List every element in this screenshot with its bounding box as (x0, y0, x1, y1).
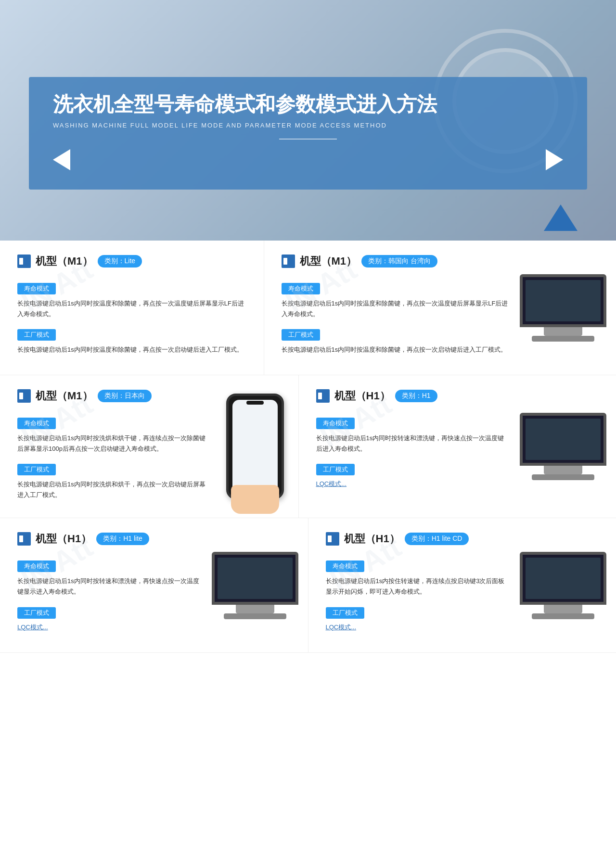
monitor-base-h1-lite-cd (532, 613, 594, 619)
model-icon-h1-lite-cd (326, 532, 339, 546)
model-badge-m1-lite: 类别：Lite (98, 255, 142, 267)
hero-section: 洗衣机全型号寿命模式和参数模式进入方法 WASHING MACHINE FULL… (0, 0, 616, 241)
section-m1-korea: IN Att 机型（M1） 类别：韩国向 台湾向 寿命模式 长按电源键启动后1s… (264, 241, 616, 375)
monitor-m1-korea (520, 274, 606, 342)
section-m1-lite: IN Att 机型（M1） 类别：Lite 寿命模式 长按电源键启动后1s内同时… (0, 241, 264, 375)
monitor-h1 (520, 413, 606, 480)
monitor-h1-lite-cd (520, 552, 606, 619)
model-badge-m1-japan: 类别：日本向 (98, 390, 152, 402)
model-badge-m1-korea: 类别：韩国向 台湾向 (361, 255, 437, 267)
arrow-left-icon[interactable] (53, 149, 70, 170)
phone-device (226, 394, 284, 499)
factory-mode-label-1: 工厂模式 (17, 323, 246, 344)
hero-arrows (53, 149, 563, 170)
model-icon-h1-lite (17, 532, 31, 546)
model-icon-m1-korea (282, 255, 295, 268)
factory-mode-tag-1: 工厂模式 (17, 329, 56, 341)
factory-mode-tag-5: 工厂模式 (17, 607, 56, 619)
life-mode-label-2: 寿命模式 (282, 277, 511, 298)
monitor-stand-h1 (544, 466, 582, 474)
model-badge-h1-lite: 类别：H1 lite (96, 533, 149, 545)
monitor-screen-h1-lite-cd (520, 552, 606, 605)
factory-mode-tag-4: 工厂模式 (316, 464, 355, 475)
monitor-h1-lite (212, 552, 298, 619)
phone-screen (232, 400, 278, 493)
factory-mode-label-2: 工厂模式 (282, 323, 511, 344)
model-header-h1-lite-cd: 机型（H1） 类别：H1 lite CD (326, 532, 511, 546)
model-title-m1-lite: 机型（M1） (36, 254, 93, 268)
arrow-right-icon[interactable] (546, 149, 563, 170)
life-mode-desc-6: 长按电源键启动后1s内按住转速键，再连续点按启动键3次后面板显示开始闪烁，即可进… (326, 576, 511, 597)
life-mode-label-1: 寿命模式 (17, 277, 246, 298)
model-header-m1-lite: 机型（M1） 类别：Lite (17, 254, 246, 268)
factory-mode-tag-3: 工厂模式 (17, 464, 56, 475)
section-row-3: IN Att 机型（H1） 类别：H1 lite 寿命模式 长按电源键启动后1s… (0, 518, 616, 653)
life-mode-desc-1: 长按电源键启动后1s内同时按温度和除菌键，再点按一次温度键后屏幕显示LF后进入寿… (17, 298, 246, 319)
lqc-link-h1[interactable]: LQC模式... (316, 480, 347, 487)
factory-mode-label-5: 工厂模式 (17, 601, 202, 623)
factory-mode-label-6: 工厂模式 (326, 601, 511, 623)
model-badge-h1-lite-cd: 类别：H1 lite CD (405, 533, 469, 545)
hero-title-english: WASHING MACHINE FULL MODEL LIFE MODE AND… (53, 122, 563, 129)
model-header-m1-korea: 机型（M1） 类别：韩国向 台湾向 (282, 254, 511, 268)
section-h1-lite: IN Att 机型（H1） 类别：H1 lite 寿命模式 长按电源键启动后1s… (0, 518, 308, 652)
phone-hand (231, 485, 279, 514)
section-h1: IN Att 机型（H1） 类别：H1 寿命模式 长按电源键启动后1s内同时按转… (299, 375, 616, 518)
life-mode-label-4: 寿命模式 (316, 412, 511, 433)
monitor-screen-h1 (520, 413, 606, 466)
factory-mode-label-3: 工厂模式 (17, 458, 212, 479)
model-header-m1-japan: 机型（M1） 类别：日本向 (17, 389, 212, 403)
factory-mode-desc-2: 长按电源键启动后1s内同时按温度和除菌键，再点按一次启动键后进入工厂模式。 (282, 344, 511, 355)
section-row-1: IN Att 机型（M1） 类别：Lite 寿命模式 长按电源键启动后1s内同时… (0, 241, 616, 375)
hero-title-chinese: 洗衣机全型号寿命模式和参数模式进入方法 (53, 91, 563, 118)
monitor-stand-h1-lite (236, 605, 274, 613)
model-header-h1-lite: 机型（H1） 类别：H1 lite (17, 532, 202, 546)
life-mode-desc-4: 长按电源键启动后1s内同时按转速和漂洗键，再快速点按一次温度键后进入寿命模式。 (316, 433, 511, 454)
model-title-m1-korea: 机型（M1） (300, 254, 357, 268)
factory-mode-desc-1: 长按电源键启动后1s内同时按温度和除菌键，再点按一次启动键后进入工厂模式。 (17, 344, 246, 355)
lqc-link-h1-lite-cd[interactable]: LQC模式... (326, 624, 357, 631)
monitor-base-h1-lite (224, 613, 286, 619)
monitor-base-m1-korea (532, 336, 594, 342)
life-mode-label-3: 寿命模式 (17, 412, 212, 433)
life-mode-desc-3: 长按电源键启动后1s内同时按洗烘和烘干键，再连续点按一次除菌键后屏幕显示100p… (17, 433, 212, 454)
life-mode-tag-2: 寿命模式 (282, 283, 320, 294)
section-h1-lite-cd: IN Att 机型（H1） 类别：H1 lite CD 寿命模式 长按电源键启动… (308, 518, 616, 652)
monitor-base-h1 (532, 474, 594, 480)
hero-banner: 洗衣机全型号寿命模式和参数模式进入方法 WASHING MACHINE FULL… (29, 77, 587, 190)
monitor-screen-h1-lite (212, 552, 298, 605)
life-mode-tag-5: 寿命模式 (17, 560, 56, 572)
life-mode-desc-2: 长按电源键启动后1s内同时按温度和除菌键，再点按一次温度键后屏幕显示LF后进入寿… (282, 298, 511, 319)
lqc-link-h1-lite[interactable]: LQC模式... (17, 624, 48, 631)
life-mode-label-5: 寿命模式 (17, 555, 202, 576)
model-title-h1-lite: 机型（H1） (36, 532, 91, 546)
phone-m1-japan (226, 394, 284, 499)
hero-divider (279, 139, 337, 140)
life-mode-tag-6: 寿命模式 (326, 560, 364, 572)
model-title-h1-lite-cd: 机型（H1） (344, 532, 400, 546)
life-mode-tag-4: 寿命模式 (316, 418, 355, 429)
factory-mode-label-4: 工厂模式 (316, 458, 511, 479)
factory-mode-tag-6: 工厂模式 (326, 607, 364, 619)
model-icon-h1 (316, 389, 330, 403)
monitor-stand-m1-korea (544, 327, 582, 336)
phone-notch (246, 401, 264, 405)
model-badge-h1: 类别：H1 (395, 390, 437, 402)
monitor-screen-m1-korea (520, 274, 606, 327)
life-mode-tag-1: 寿命模式 (17, 283, 56, 294)
section-row-2: IN Att 机型（M1） 类别：日本向 寿命模式 长按电源键启动后1s内同时按… (0, 375, 616, 518)
triangle-decoration (544, 204, 578, 231)
factory-mode-tag-2: 工厂模式 (282, 329, 320, 341)
section-m1-japan: IN Att 机型（M1） 类别：日本向 寿命模式 长按电源键启动后1s内同时按… (0, 375, 299, 518)
model-title-h1: 机型（H1） (334, 389, 390, 403)
model-title-m1-japan: 机型（M1） (36, 389, 93, 403)
factory-mode-desc-3: 长按电源键启动后1s内同时按洗烘和烘干，再点按一次启动键后屏幕进入工厂模式。 (17, 479, 212, 500)
monitor-stand-h1-lite-cd (544, 605, 582, 613)
life-mode-desc-5: 长按电源键启动后1s内同时按转速和漂洗键，再快速点按一次温度键显示进入寿命模式。 (17, 576, 202, 597)
content-area: IN Att 机型（M1） 类别：Lite 寿命模式 长按电源键启动后1s内同时… (0, 241, 616, 653)
model-icon-m1-lite (17, 255, 31, 268)
life-mode-label-6: 寿命模式 (326, 555, 511, 576)
life-mode-tag-3: 寿命模式 (17, 418, 56, 429)
model-header-h1: 机型（H1） 类别：H1 (316, 389, 511, 403)
model-icon-m1-japan (17, 389, 31, 403)
